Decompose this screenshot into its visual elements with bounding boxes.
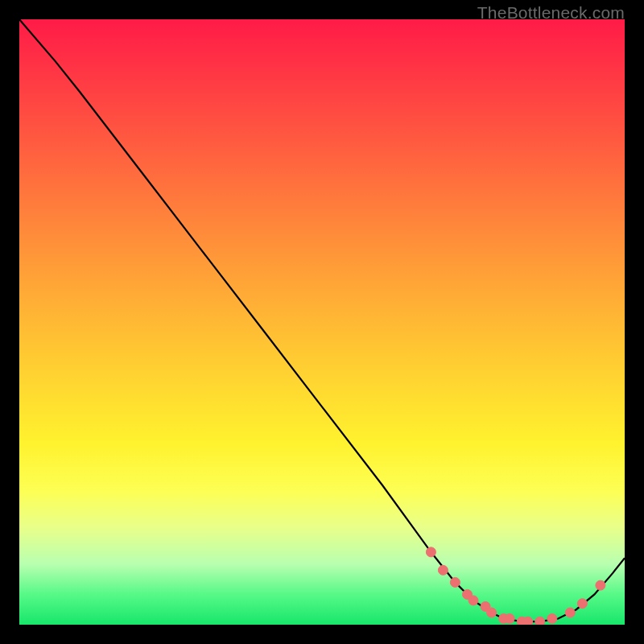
chart-container: TheBottleneck.com bbox=[0, 0, 644, 644]
plot-gradient-background bbox=[19, 19, 625, 625]
watermark-text: TheBottleneck.com bbox=[477, 3, 625, 23]
